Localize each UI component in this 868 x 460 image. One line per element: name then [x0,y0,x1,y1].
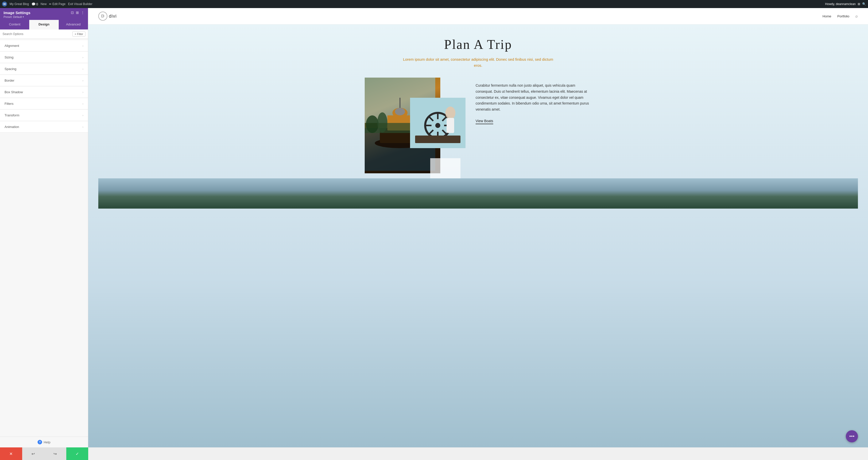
comment-bubble[interactable]: 💬 0 [31,2,38,6]
tab-advanced[interactable]: Advanced [59,20,88,30]
hero-title: Plan a Trip [444,37,512,52]
section-filters[interactable]: Filters › [0,98,88,109]
sidebar-header: Image Settings ⊡ ⊞ ⋮ Preset: Default ▾ [0,8,88,20]
preset-label: Preset: Default [3,15,22,19]
svg-point-15 [435,123,440,128]
svg-point-10 [377,112,388,132]
chevron-spacing-icon: › [83,67,84,71]
site-nav-links: Home Portfolio ⌕ [823,14,858,19]
content-text: Curabitur fermentum nulla non justo aliq… [475,77,591,124]
save-button[interactable]: ✓ [66,448,89,460]
admin-bar-left: W My Great Blog 💬 0 New ✏ Edit Page Exit… [2,1,822,6]
logo-d-icon: D [98,11,107,21]
page-content: D divi Home Portfolio ⌕ Plan a Trip Lore… [88,8,868,448]
edit-page-btn[interactable]: ✏ Edit Page [49,2,65,6]
pencil-icon: ✏ [49,2,52,6]
svg-point-24 [445,106,456,119]
svg-point-9 [366,116,378,133]
site-nav: D divi Home Portfolio ⌕ [88,8,868,25]
sidebar-tabs: Content Design Advanced [0,20,88,30]
screen-options-icon[interactable]: ⊞ [858,2,860,6]
wordpress-icon[interactable]: W [2,1,7,6]
chevron-animation-icon: › [83,125,84,129]
new-link[interactable]: New [40,2,46,6]
undo-button[interactable]: ↩ [22,448,44,460]
comment-count: 0 [36,2,38,6]
chevron-sizing-icon: › [83,56,84,59]
admin-bar-right: Howdy, deannamclean ⊞ 🔍 [825,2,866,6]
section-border[interactable]: Border › [0,75,88,86]
sidebar-footer: ? Help [0,436,88,448]
hero-section: Plan a Trip Lorem ipsum dolor sit amet, … [88,25,868,448]
image-white-box [430,158,461,178]
view-boats-link[interactable]: View Boats [475,119,493,124]
boat-image-small [410,98,465,148]
nav-search-icon[interactable]: ⌕ [856,14,858,19]
bottom-toolbar-left: ✕ ↩ ↪ ✓ [0,448,88,460]
filter-button[interactable]: + Filter [72,32,86,36]
chevron-transform-icon: › [83,113,84,117]
section-spacing[interactable]: Spacing › [0,64,88,74]
sidebar-header-icons: ⊡ ⊞ ⋮ [71,10,85,15]
section-filters-label: Filters [4,102,13,105]
more-icon[interactable]: ⋮ [81,10,85,15]
howdy-text: Howdy, deannamclean [825,2,856,6]
content-section: Curabitur fermentum nulla non justo aliq… [365,77,591,173]
svg-point-7 [395,108,405,116]
image-collage [365,77,465,173]
sidebar-title-row: Image Settings ⊡ ⊞ ⋮ [3,10,85,15]
preset-row[interactable]: Preset: Default ▾ [3,15,85,19]
redo-button[interactable]: ↪ [44,448,66,460]
toolbar-right-spacer [88,448,868,460]
site-name-link[interactable]: My Great Blog [9,2,29,6]
section-border-label: Border [4,78,14,83]
bottom-toolbar: ✕ ↩ ↪ ✓ [0,448,868,460]
fab-button[interactable]: ••• [846,430,858,442]
cancel-button[interactable]: ✕ [0,448,22,460]
chevron-alignment-icon: › [83,44,84,47]
chevron-box-shadow-icon: › [83,90,84,94]
admin-bar: W My Great Blog 💬 0 New ✏ Edit Page Exit… [0,0,868,8]
section-box-shadow[interactable]: Box Shadow › [0,87,88,98]
section-animation-label: Animation [4,125,19,129]
sidebar-title: Image Settings [3,10,31,15]
help-circle-icon: ? [37,440,42,445]
grid-icon[interactable]: ⊞ [76,10,79,15]
fab-icon: ••• [849,433,855,439]
admin-search-icon[interactable]: 🔍 [862,2,866,6]
sidebar: Image Settings ⊡ ⊞ ⋮ Preset: Default ▾ C… [0,8,88,448]
svg-rect-26 [415,135,461,143]
section-alignment[interactable]: Alignment › [0,40,88,52]
edit-page-link[interactable]: Edit Page [53,2,65,6]
landscape-bottom [98,178,858,208]
comment-icon: 💬 [31,2,35,6]
chevron-filters-icon: › [83,102,84,105]
preset-arrow-icon: ▾ [23,15,24,18]
logo-text: divi [109,13,117,19]
section-transform[interactable]: Transform › [0,110,88,121]
site-logo: D divi [98,11,117,21]
content-body-text: Curabitur fermentum nulla non justo aliq… [475,83,591,112]
tab-design[interactable]: Design [29,20,59,30]
svg-rect-25 [446,118,454,133]
hero-subtitle: Lorem ipsum dolor sit amet, consectetur … [403,57,554,68]
exit-builder-link[interactable]: Exit Visual Builder [68,2,93,6]
section-sizing[interactable]: Sizing › [0,52,88,63]
section-transform-label: Transform [4,113,20,117]
section-spacing-label: Spacing [4,67,17,71]
section-sizing-label: Sizing [4,56,13,59]
chevron-border-icon: › [83,78,84,83]
tab-content[interactable]: Content [0,20,29,30]
search-input[interactable] [2,32,71,36]
help-button[interactable]: ? Help [37,440,51,445]
section-alignment-label: Alignment [4,44,19,47]
sidebar-sections: Alignment › Sizing › Spacing › Border › … [0,39,88,436]
help-label: Help [43,440,51,444]
main-layout: Image Settings ⊡ ⊞ ⋮ Preset: Default ▾ C… [0,8,868,448]
section-animation[interactable]: Animation › [0,122,88,132]
copy-icon[interactable]: ⊡ [71,10,74,15]
sidebar-search: + Filter [0,30,88,39]
section-box-shadow-label: Box Shadow [4,90,23,94]
nav-portfolio-link[interactable]: Portfolio [837,14,849,18]
nav-home-link[interactable]: Home [823,14,832,18]
